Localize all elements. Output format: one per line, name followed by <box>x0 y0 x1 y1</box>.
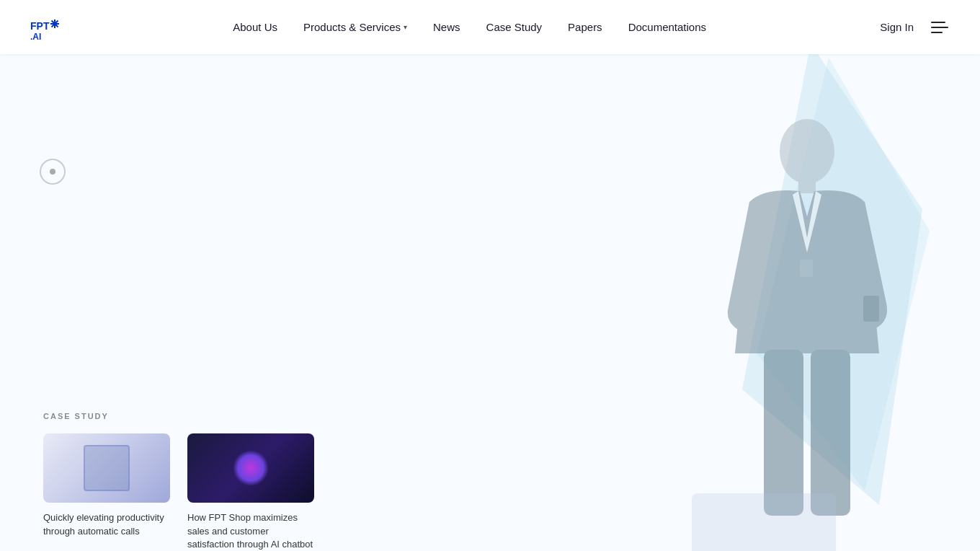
menu-line-1 <box>931 22 945 23</box>
scroll-hint-dot <box>50 169 55 175</box>
case-card-1-title: Quickly elevating productivity through a… <box>43 511 170 537</box>
hero-person-image <box>692 58 922 526</box>
svg-text:.AI: .AI <box>30 32 41 42</box>
svg-point-9 <box>780 119 834 184</box>
logo[interactable]: FPT .AI <box>29 12 59 43</box>
nav-about-us[interactable]: About Us <box>233 21 277 33</box>
menu-line-2 <box>931 27 948 28</box>
header-right: Sign In <box>880 19 951 36</box>
bottom-right-decorative <box>692 493 836 551</box>
nav-case-study[interactable]: Case Study <box>486 21 543 33</box>
main-nav: About Us Products & Services ▾ News Case… <box>233 21 706 33</box>
svg-rect-10 <box>798 179 816 193</box>
svg-rect-12 <box>764 350 803 516</box>
case-card-2[interactable]: How FPT Shop maximizes sales and custome… <box>187 433 314 551</box>
nav-papers[interactable]: Papers <box>568 21 602 33</box>
main-content: CASE STUDY Quickly elevating productivit… <box>0 0 980 551</box>
nav-products-services[interactable]: Products & Services ▾ <box>303 21 407 33</box>
scroll-hint[interactable] <box>40 159 66 185</box>
sign-in-button[interactable]: Sign In <box>880 21 914 33</box>
case-card-1[interactable]: Quickly elevating productivity through a… <box>43 433 170 551</box>
chevron-down-icon: ▾ <box>404 23 407 31</box>
header: FPT .AI About Us Products & Services ▾ N… <box>0 0 980 54</box>
hamburger-menu-button[interactable] <box>928 19 951 36</box>
logo-icon: FPT .AI <box>29 12 59 43</box>
menu-line-3 <box>931 32 943 33</box>
case-study-section: CASE STUDY Quickly elevating productivit… <box>43 412 314 551</box>
svg-rect-11 <box>863 296 879 322</box>
case-study-label: CASE STUDY <box>43 412 314 420</box>
nav-news[interactable]: News <box>433 21 460 33</box>
svg-rect-13 <box>811 350 850 516</box>
case-card-2-title: How FPT Shop maximizes sales and custome… <box>187 511 314 551</box>
case-card-1-image <box>43 433 170 503</box>
case-study-cards: Quickly elevating productivity through a… <box>43 433 314 551</box>
svg-point-6 <box>53 22 56 25</box>
nav-documentations[interactable]: Documentations <box>628 21 706 33</box>
svg-rect-14 <box>800 260 813 277</box>
case-card-2-image <box>187 433 314 503</box>
svg-text:FPT: FPT <box>30 20 50 32</box>
